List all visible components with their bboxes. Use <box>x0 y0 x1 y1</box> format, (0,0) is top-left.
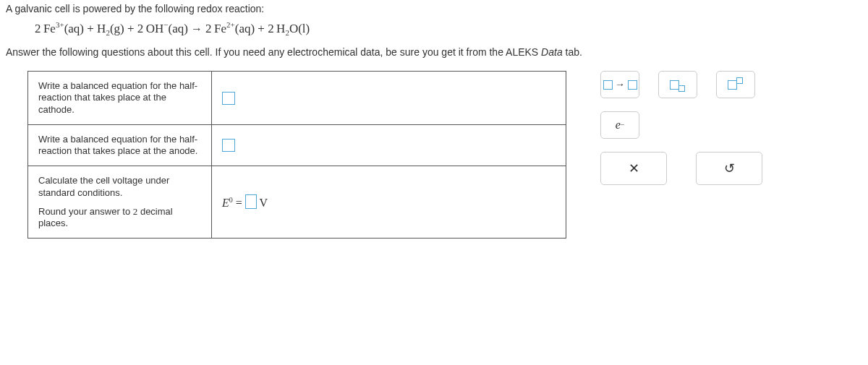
electron-button[interactable]: e− <box>600 111 639 139</box>
superscript-button[interactable] <box>716 71 755 98</box>
reset-button[interactable]: ↺ <box>696 152 762 185</box>
yields-arrow-button[interactable]: → <box>600 71 639 98</box>
intro-text: A galvanic cell is powered by the follow… <box>6 3 862 14</box>
q3-answer-cell[interactable]: E0 = V <box>212 166 566 239</box>
q2-answer-cell[interactable] <box>212 124 566 166</box>
answer-input-box[interactable] <box>222 139 235 152</box>
symbol-palette: → e− ✕ ↺ <box>592 71 773 239</box>
reset-icon: ↺ <box>724 160 735 176</box>
answer-input-box[interactable] <box>222 92 235 105</box>
q3-label: Calculate the cell voltage under standar… <box>28 166 212 239</box>
q2-label: Write a balanced equation for the half-r… <box>28 124 212 166</box>
redox-equation: 2 Fe3+(aq) + H2(g) + 2 OH−(aq) → 2 Fe2+(… <box>35 22 862 36</box>
instructions-text: Answer the following questions about thi… <box>6 46 862 58</box>
questions-table: Write a balanced equation for the half-r… <box>27 71 566 239</box>
q1-answer-cell[interactable] <box>212 72 566 125</box>
voltage-input-box[interactable] <box>245 194 257 209</box>
q1-label: Write a balanced equation for the half-r… <box>28 72 212 125</box>
x-icon: ✕ <box>629 160 639 176</box>
subscript-button[interactable] <box>658 71 697 98</box>
clear-button[interactable]: ✕ <box>600 152 667 185</box>
